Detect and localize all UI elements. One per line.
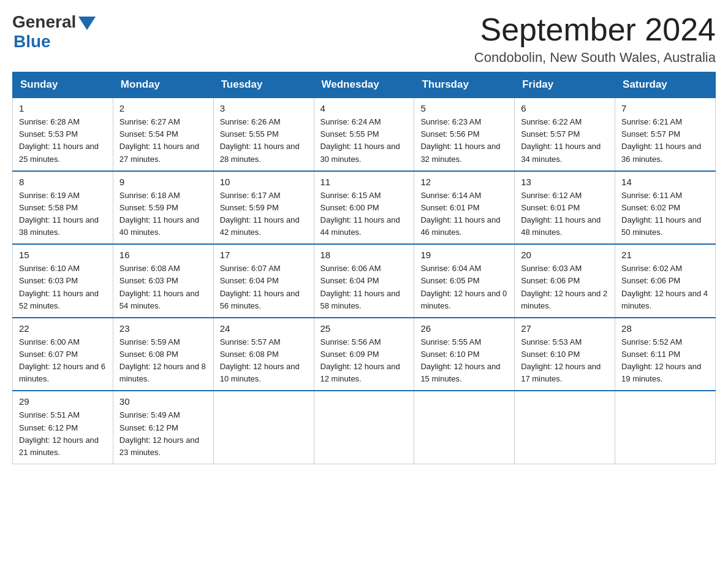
day-number: 21 bbox=[621, 250, 709, 260]
sunrise-label: Sunrise: 6:26 AM bbox=[220, 117, 281, 126]
daylight-label: Daylight: 12 hours and 12 minutes. bbox=[320, 362, 400, 383]
calendar-cell: 12 Sunrise: 6:14 AM Sunset: 6:01 PM Dayl… bbox=[414, 171, 515, 245]
day-number: 4 bbox=[320, 103, 408, 113]
day-number: 26 bbox=[420, 323, 508, 334]
sunset-label: Sunset: 6:01 PM bbox=[521, 203, 580, 212]
sunrise-label: Sunrise: 6:23 AM bbox=[420, 117, 481, 126]
daylight-label: Daylight: 11 hours and 32 minutes. bbox=[420, 142, 500, 163]
day-info: Sunrise: 5:49 AM Sunset: 6:12 PM Dayligh… bbox=[119, 409, 207, 459]
day-info: Sunrise: 6:24 AM Sunset: 5:55 PM Dayligh… bbox=[320, 116, 408, 166]
header-sunday: Sunday bbox=[13, 72, 113, 98]
day-info: Sunrise: 6:15 AM Sunset: 6:00 PM Dayligh… bbox=[320, 190, 408, 239]
calendar-cell: 10 Sunrise: 6:17 AM Sunset: 5:59 PM Dayl… bbox=[213, 171, 314, 245]
day-info: Sunrise: 6:10 AM Sunset: 6:03 PM Dayligh… bbox=[19, 262, 107, 312]
day-info: Sunrise: 5:57 AM Sunset: 6:08 PM Dayligh… bbox=[220, 336, 308, 386]
daylight-label: Daylight: 12 hours and 17 minutes. bbox=[521, 362, 601, 383]
day-number: 7 bbox=[621, 103, 709, 113]
daylight-label: Daylight: 12 hours and 23 minutes. bbox=[119, 435, 199, 457]
day-info: Sunrise: 5:59 AM Sunset: 6:08 PM Dayligh… bbox=[119, 336, 207, 386]
calendar-cell: 27 Sunrise: 5:53 AM Sunset: 6:10 PM Dayl… bbox=[515, 318, 615, 391]
daylight-label: Daylight: 11 hours and 40 minutes. bbox=[119, 215, 199, 237]
header-friday: Friday bbox=[515, 72, 615, 98]
sunset-label: Sunset: 6:08 PM bbox=[119, 350, 178, 359]
day-number: 30 bbox=[119, 396, 207, 407]
header-wednesday: Wednesday bbox=[314, 72, 414, 98]
sunset-label: Sunset: 6:11 PM bbox=[621, 350, 680, 359]
calendar-cell: 24 Sunrise: 5:57 AM Sunset: 6:08 PM Dayl… bbox=[213, 318, 314, 391]
calendar-cell: 26 Sunrise: 5:55 AM Sunset: 6:10 PM Dayl… bbox=[414, 318, 515, 391]
day-number: 14 bbox=[621, 177, 709, 187]
logo: General Blue bbox=[12, 12, 96, 52]
calendar-cell: 25 Sunrise: 5:56 AM Sunset: 6:09 PM Dayl… bbox=[314, 318, 414, 391]
calendar-table: Sunday Monday Tuesday Wednesday Thursday… bbox=[12, 72, 716, 464]
sunset-label: Sunset: 5:57 PM bbox=[621, 129, 680, 139]
calendar-week-5: 29 Sunrise: 5:51 AM Sunset: 6:12 PM Dayl… bbox=[13, 391, 716, 464]
sunset-label: Sunset: 6:09 PM bbox=[320, 350, 379, 359]
sunrise-label: Sunrise: 6:02 AM bbox=[621, 264, 682, 273]
sunrise-label: Sunrise: 6:08 AM bbox=[119, 264, 180, 273]
calendar-cell: 30 Sunrise: 5:49 AM Sunset: 6:12 PM Dayl… bbox=[113, 391, 213, 464]
day-info: Sunrise: 6:02 AM Sunset: 6:06 PM Dayligh… bbox=[621, 262, 709, 312]
sunset-label: Sunset: 5:54 PM bbox=[119, 129, 178, 139]
day-info: Sunrise: 6:06 AM Sunset: 6:04 PM Dayligh… bbox=[320, 262, 408, 312]
sunrise-label: Sunrise: 5:55 AM bbox=[420, 337, 481, 347]
daylight-label: Daylight: 11 hours and 52 minutes. bbox=[19, 289, 99, 310]
sunrise-label: Sunrise: 5:53 AM bbox=[521, 337, 582, 347]
daylight-label: Daylight: 12 hours and 19 minutes. bbox=[621, 362, 701, 383]
daylight-label: Daylight: 11 hours and 34 minutes. bbox=[521, 142, 601, 163]
day-number: 8 bbox=[19, 177, 107, 187]
daylight-label: Daylight: 11 hours and 54 minutes. bbox=[119, 289, 199, 310]
calendar-cell: 17 Sunrise: 6:07 AM Sunset: 6:04 PM Dayl… bbox=[213, 244, 314, 318]
daylight-label: Daylight: 12 hours and 15 minutes. bbox=[420, 362, 500, 383]
calendar-cell: 11 Sunrise: 6:15 AM Sunset: 6:00 PM Dayl… bbox=[314, 171, 414, 245]
sunset-label: Sunset: 6:10 PM bbox=[521, 350, 580, 359]
calendar-cell: 3 Sunrise: 6:26 AM Sunset: 5:55 PM Dayli… bbox=[213, 98, 314, 171]
calendar-cell: 5 Sunrise: 6:23 AM Sunset: 5:56 PM Dayli… bbox=[414, 98, 515, 171]
day-info: Sunrise: 6:26 AM Sunset: 5:55 PM Dayligh… bbox=[220, 116, 308, 166]
daylight-label: Daylight: 12 hours and 4 minutes. bbox=[621, 289, 708, 310]
calendar-cell: 13 Sunrise: 6:12 AM Sunset: 6:01 PM Dayl… bbox=[515, 171, 615, 245]
day-info: Sunrise: 6:04 AM Sunset: 6:05 PM Dayligh… bbox=[420, 262, 508, 312]
day-number: 2 bbox=[119, 103, 207, 113]
daylight-label: Daylight: 11 hours and 28 minutes. bbox=[220, 142, 300, 163]
day-number: 20 bbox=[521, 250, 609, 260]
day-number: 6 bbox=[521, 103, 609, 113]
calendar-cell: 28 Sunrise: 5:52 AM Sunset: 6:11 PM Dayl… bbox=[615, 318, 716, 391]
title-section: September 2024 Condobolin, New South Wal… bbox=[474, 12, 716, 66]
sunset-label: Sunset: 6:04 PM bbox=[220, 276, 279, 285]
calendar-cell: 2 Sunrise: 6:27 AM Sunset: 5:54 PM Dayli… bbox=[113, 98, 213, 171]
daylight-label: Daylight: 12 hours and 6 minutes. bbox=[19, 362, 105, 383]
sunset-label: Sunset: 5:58 PM bbox=[19, 203, 78, 212]
daylight-label: Daylight: 11 hours and 27 minutes. bbox=[119, 142, 199, 163]
daylight-label: Daylight: 11 hours and 58 minutes. bbox=[320, 289, 400, 310]
day-number: 16 bbox=[119, 250, 207, 260]
day-info: Sunrise: 6:19 AM Sunset: 5:58 PM Dayligh… bbox=[19, 190, 107, 239]
daylight-label: Daylight: 12 hours and 10 minutes. bbox=[220, 362, 300, 383]
daylight-label: Daylight: 11 hours and 25 minutes. bbox=[19, 142, 99, 163]
day-number: 1 bbox=[19, 103, 107, 113]
sunrise-label: Sunrise: 5:59 AM bbox=[119, 337, 180, 347]
calendar-cell: 21 Sunrise: 6:02 AM Sunset: 6:06 PM Dayl… bbox=[615, 244, 716, 318]
sunset-label: Sunset: 6:03 PM bbox=[119, 276, 178, 285]
calendar-cell: 4 Sunrise: 6:24 AM Sunset: 5:55 PM Dayli… bbox=[314, 98, 414, 171]
day-number: 10 bbox=[220, 177, 308, 187]
day-number: 15 bbox=[19, 250, 107, 260]
sunrise-label: Sunrise: 6:22 AM bbox=[521, 117, 582, 126]
daylight-label: Daylight: 12 hours and 8 minutes. bbox=[119, 362, 206, 383]
day-number: 29 bbox=[19, 396, 107, 407]
day-info: Sunrise: 6:11 AM Sunset: 6:02 PM Dayligh… bbox=[621, 190, 709, 239]
sunrise-label: Sunrise: 6:10 AM bbox=[19, 264, 80, 273]
sunset-label: Sunset: 5:57 PM bbox=[521, 129, 580, 139]
daylight-label: Daylight: 11 hours and 46 minutes. bbox=[420, 215, 500, 237]
calendar-week-4: 22 Sunrise: 6:00 AM Sunset: 6:07 PM Dayl… bbox=[13, 318, 716, 391]
sunrise-label: Sunrise: 5:56 AM bbox=[320, 337, 381, 347]
day-number: 17 bbox=[220, 250, 308, 260]
sunset-label: Sunset: 6:12 PM bbox=[19, 423, 78, 432]
day-number: 27 bbox=[521, 323, 609, 334]
calendar-cell: 7 Sunrise: 6:21 AM Sunset: 5:57 PM Dayli… bbox=[615, 98, 716, 171]
day-info: Sunrise: 6:12 AM Sunset: 6:01 PM Dayligh… bbox=[521, 190, 609, 239]
sunrise-label: Sunrise: 6:11 AM bbox=[621, 191, 682, 200]
day-number: 12 bbox=[420, 177, 508, 187]
calendar-cell: 29 Sunrise: 5:51 AM Sunset: 6:12 PM Dayl… bbox=[13, 391, 113, 464]
sunset-label: Sunset: 6:01 PM bbox=[420, 203, 479, 212]
